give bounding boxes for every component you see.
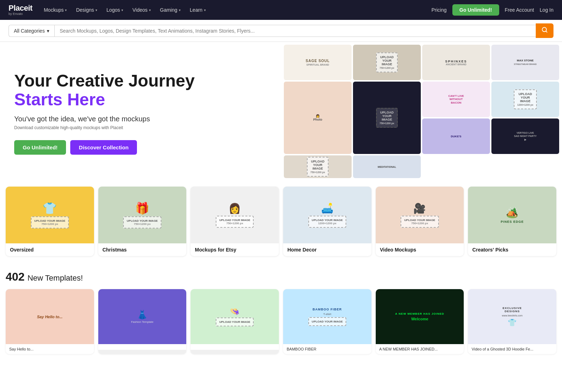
search-icon <box>541 27 548 33</box>
categories-section: 👕 UPLOAD YOUR IMAGE750×1200 px Oversized… <box>0 181 562 262</box>
nav-gaming-label: Gaming <box>160 7 177 13</box>
hero-grid-cell-10: VERTIGO LIVESAD NIGHT PARTY▶ <box>491 118 559 154</box>
nav-designs-label: Designs <box>76 7 94 13</box>
chevron-down-icon: ▾ <box>149 8 151 12</box>
chevron-down-icon: ▾ <box>95 8 97 12</box>
category-card-christmas[interactable]: 🎁 UPLOAD YOUR IMAGE750×1200 px Christmas <box>98 187 187 256</box>
template-label-6: Video of a Ghosted 3D Hoodie Fe... <box>468 344 556 354</box>
logo-sub: by Envato <box>9 12 32 16</box>
hero-grid-cell-9: DUKE'S <box>422 118 490 154</box>
hero-title-black: Your Creative Journey <box>14 72 267 90</box>
category-image-oversized: 👕 UPLOAD YOUR IMAGE750×1200 px <box>6 187 94 243</box>
hero-section: Your Creative Journey Starts Here You've… <box>0 42 562 181</box>
nav-item-gaming[interactable]: Gaming ▾ <box>156 4 185 16</box>
nav-item-logos[interactable]: Logos ▾ <box>102 4 127 16</box>
hero-grid-cell-12: MEDITATIONAL <box>353 155 421 178</box>
navbar: Placeit by Envato Mockups ▾ Designs ▾ Lo… <box>0 0 562 20</box>
template-image-4: BAMBOO FIBER T-shirt UPLOAD YOUR IMAGE <box>283 289 371 344</box>
nav-items: Mockups ▾ Designs ▾ Logos ▾ Videos ▾ Gam… <box>39 4 430 16</box>
category-card-homedecor[interactable]: 🛋️ UPLOAD YOUR IMAGE1200×1200 px Home De… <box>283 187 371 256</box>
template-card-5[interactable]: A NEW MEMBER HAS JOINED Welcome A NEW ME… <box>376 289 464 354</box>
category-image-etsy: 👩 UPLOAD YOUR IMAGE750×1200 px <box>191 187 279 243</box>
chevron-down-icon: ▾ <box>179 8 181 12</box>
template-card-1[interactable]: Say Hello to... Say Hello to... <box>6 289 94 354</box>
template-image-5: A NEW MEMBER HAS JOINED Welcome <box>376 289 464 344</box>
template-image-1: Say Hello to... <box>6 289 94 344</box>
category-card-etsy[interactable]: 👩 UPLOAD YOUR IMAGE750×1200 px Mockups f… <box>191 187 279 256</box>
template-label-4: BAMBOO FIBER <box>283 344 371 354</box>
svg-line-1 <box>546 31 547 32</box>
category-label-oversized: Oversized <box>6 243 94 256</box>
template-image-3: 👒 UPLOAD YOUR IMAGE <box>191 289 279 344</box>
chevron-down-icon: ▾ <box>65 8 67 12</box>
hero-title-purple: Starts Here <box>14 90 267 109</box>
new-templates-count: 402 <box>6 270 24 283</box>
hero-grid-cell-3: SPHINXES ANCIENT BRAND <box>422 45 490 80</box>
nav-pricing[interactable]: Pricing <box>431 7 447 13</box>
hero-left: Your Creative Journey Starts Here You've… <box>0 42 281 181</box>
template-card-2[interactable]: 👗 Fashion Template <box>98 289 187 354</box>
nav-mockups-label: Mockups <box>44 7 64 13</box>
new-templates-header: 402 New Templates! <box>6 270 556 283</box>
template-card-4[interactable]: BAMBOO FIBER T-shirt UPLOAD YOUR IMAGE B… <box>283 289 371 354</box>
chevron-down-icon: ▾ <box>47 28 49 34</box>
go-unlimited-button[interactable]: Go Unlimited! <box>452 4 499 16</box>
logo[interactable]: Placeit by Envato <box>9 4 32 16</box>
hero-grid-cell-7: CAN'T LIVEWITHOUTBACON <box>422 82 490 117</box>
search-category-label: All Categories <box>14 28 45 34</box>
category-image-creators: 🏕️ PINES EDGE <box>468 187 556 243</box>
nav-item-designs[interactable]: Designs ▾ <box>72 4 101 16</box>
nav-item-learn[interactable]: Learn ▾ <box>186 4 210 16</box>
category-label-christmas: Christmas <box>98 243 187 256</box>
hero-right: SAGE SOUL SPIRITUAL BRAND UPLOADYOURIMAG… <box>281 42 562 181</box>
category-label-creators: Creators' Picks <box>468 243 556 256</box>
nav-login[interactable]: Log In <box>540 7 553 13</box>
hero-grid-cell-4: MAX STONESTREETWEAR BRAND <box>491 45 559 80</box>
search-button[interactable] <box>536 23 553 38</box>
template-label-5: A NEW MEMBER HAS JOINED... <box>376 344 464 354</box>
template-image-6: EXCLUSIVEDESIGNS www.teeshirts.com 👕 <box>468 289 556 344</box>
chevron-down-icon: ▾ <box>204 8 206 12</box>
hero-grid-cell-8: UPLOADYOURIMAGE1200×1200 px <box>491 82 559 117</box>
category-card-oversized[interactable]: 👕 UPLOAD YOUR IMAGE750×1200 px Oversized <box>6 187 94 256</box>
nav-free-account[interactable]: Free Account <box>505 7 534 13</box>
nav-item-mockups[interactable]: Mockups ▾ <box>39 4 71 16</box>
hero-grid: SAGE SOUL SPIRITUAL BRAND UPLOADYOURIMAG… <box>281 42 562 181</box>
template-card-3[interactable]: 👒 UPLOAD YOUR IMAGE <box>191 289 279 354</box>
templates-grid: Say Hello to... Say Hello to... 👗 Fashio… <box>6 289 556 354</box>
hero-description: Download customizable high-quality mocku… <box>14 125 267 130</box>
search-input[interactable] <box>54 25 536 37</box>
category-card-video[interactable]: 🎥 UPLOAD YOUR IMAGE750×1200 px Video Moc… <box>376 187 464 256</box>
template-label-1: Say Hello to... <box>6 344 94 354</box>
logo-name: Placeit <box>9 4 32 12</box>
template-card-6[interactable]: EXCLUSIVEDESIGNS www.teeshirts.com 👕 Vid… <box>468 289 556 354</box>
nav-videos-label: Videos <box>132 7 148 13</box>
hero-subtitle: You've got the idea, we've got the mocku… <box>14 115 267 123</box>
new-templates-section: 402 New Templates! Say Hello to... Say H… <box>0 262 562 360</box>
category-label-etsy: Mockups for Etsy <box>191 243 279 256</box>
category-label-homedecor: Home Decor <box>283 243 371 256</box>
new-templates-label: New Templates! <box>27 274 83 283</box>
category-image-video: 🎥 UPLOAD YOUR IMAGE750×1200 px <box>376 187 464 243</box>
hero-grid-cell-5: 👩Photo <box>284 82 352 154</box>
template-image-2: 👗 Fashion Template <box>98 289 187 344</box>
hero-grid-cell-6: UPLOADYOURIMAGE750×1200 px <box>353 82 421 154</box>
nav-learn-label: Learn <box>190 7 203 13</box>
nav-item-videos[interactable]: Videos ▾ <box>128 4 155 16</box>
search-category-dropdown[interactable]: All Categories ▾ <box>9 25 54 37</box>
hero-discover-button[interactable]: Discover Collection <box>70 140 137 155</box>
hero-grid-cell-1: SAGE SOUL SPIRITUAL BRAND <box>284 45 352 80</box>
hero-go-unlimited-button[interactable]: Go Unlimited! <box>14 140 66 155</box>
category-image-christmas: 🎁 UPLOAD YOUR IMAGE750×1200 px <box>98 187 187 243</box>
hero-grid-cell-11: UPLOADYOURIMAGE750×1200 px <box>284 155 352 178</box>
chevron-down-icon: ▾ <box>121 8 123 12</box>
category-image-homedecor: 🛋️ UPLOAD YOUR IMAGE1200×1200 px <box>283 187 371 243</box>
template-label-2 <box>98 344 187 350</box>
search-bar: All Categories ▾ <box>0 20 562 42</box>
template-label-3 <box>191 344 279 350</box>
category-label-video: Video Mockups <box>376 243 464 256</box>
hero-grid-cell-2: UPLOADYOURIMAGE750×1200 px <box>353 45 421 80</box>
category-card-creators[interactable]: 🏕️ PINES EDGE Creators' Picks <box>468 187 556 256</box>
nav-logos-label: Logos <box>106 7 120 13</box>
hero-buttons: Go Unlimited! Discover Collection <box>14 140 267 155</box>
